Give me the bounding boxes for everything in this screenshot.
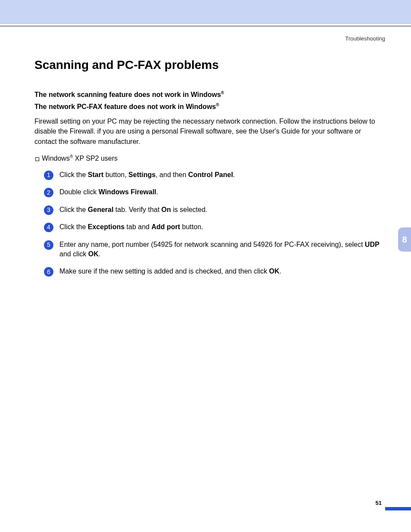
- t: Click the: [59, 206, 88, 213]
- step-text: Double click Windows Firewall.: [59, 187, 381, 197]
- step-text: Click the Start button, Settings, and th…: [59, 170, 381, 180]
- subheading-1: The network scanning feature does not wo…: [34, 89, 381, 100]
- t: .: [156, 188, 158, 196]
- step-6: 6 Make sure if the new setting is added …: [44, 267, 381, 276]
- b: Windows Firewall: [99, 188, 156, 196]
- subheading-2: The network PC-FAX feature does not work…: [34, 101, 381, 112]
- t: tab. Verify that: [113, 206, 161, 213]
- step-4: 4 Click the Exceptions tab and Add port …: [44, 222, 381, 232]
- t: Enter any name, port number (54925 for n…: [59, 241, 365, 248]
- subheading-2-text: The network PC-FAX feature does not work…: [34, 103, 216, 110]
- section-title: Scanning and PC-FAX problems: [34, 58, 381, 72]
- step-2: 2 Double click Windows Firewall.: [44, 187, 381, 197]
- t: is selected.: [171, 206, 207, 213]
- t: button.: [180, 223, 203, 230]
- bullet-post: XP SP2 users: [73, 155, 118, 162]
- b: On: [162, 206, 171, 213]
- step-number-icon: 4: [44, 223, 53, 232]
- registered-symbol: ®: [216, 102, 219, 107]
- bullet-text: Windows® XP SP2 users: [42, 154, 118, 162]
- t: tab and: [125, 223, 151, 230]
- step-number-icon: 2: [44, 188, 53, 197]
- page-content: Scanning and PC-FAX problems The network…: [34, 58, 381, 284]
- header-rule: [0, 26, 411, 26]
- b: General: [88, 206, 114, 213]
- step-number-icon: 5: [44, 240, 53, 250]
- step-number-icon: 1: [44, 171, 53, 180]
- intro-paragraph: Firewall setting on your PC may be rejec…: [34, 116, 381, 146]
- t: Double click: [59, 188, 99, 196]
- square-bullet-icon: [35, 157, 39, 161]
- step-text: Click the General tab. Verify that On is…: [59, 205, 381, 215]
- top-band: [0, 0, 411, 24]
- registered-symbol: ®: [221, 90, 224, 95]
- b: UDP: [365, 241, 380, 248]
- t: Click the: [59, 171, 88, 178]
- b: Control Panel: [188, 171, 233, 178]
- step-text: Enter any name, port number (54925 for n…: [59, 240, 381, 259]
- step-1: 1 Click the Start button, Settings, and …: [44, 170, 381, 180]
- bullet-windows-xp: Windows® XP SP2 users: [35, 154, 381, 162]
- step-text: Click the Exceptions tab and Add port bu…: [59, 222, 381, 232]
- subheading-1-text: The network scanning feature does not wo…: [34, 91, 221, 98]
- t: button,: [103, 171, 128, 178]
- b: OK: [269, 268, 280, 275]
- b: Exceptions: [88, 223, 125, 230]
- step-text: Make sure if the new setting is added an…: [59, 267, 381, 276]
- step-3: 3 Click the General tab. Verify that On …: [44, 205, 381, 215]
- bottom-accent-bar: [385, 507, 411, 510]
- b: Add port: [151, 223, 180, 230]
- bullet-pre: Windows: [42, 155, 70, 162]
- t: .: [233, 171, 235, 178]
- t: Make sure if the new setting is added an…: [59, 268, 269, 275]
- step-number-icon: 6: [44, 267, 53, 277]
- breadcrumb: Troubleshooting: [345, 35, 385, 42]
- b: Settings: [128, 171, 156, 178]
- t: .: [99, 250, 100, 258]
- t: .: [280, 268, 281, 275]
- step-5: 5 Enter any name, port number (54925 for…: [44, 240, 381, 259]
- t: Click the: [59, 223, 88, 230]
- b: Start: [88, 171, 103, 178]
- step-number-icon: 3: [44, 205, 53, 215]
- b: OK: [88, 250, 99, 258]
- chapter-tab: 8: [398, 227, 411, 252]
- steps-list: 1 Click the Start button, Settings, and …: [44, 170, 381, 277]
- t: and click: [59, 250, 88, 258]
- page-number: 51: [376, 500, 382, 506]
- t: , and then: [156, 171, 188, 178]
